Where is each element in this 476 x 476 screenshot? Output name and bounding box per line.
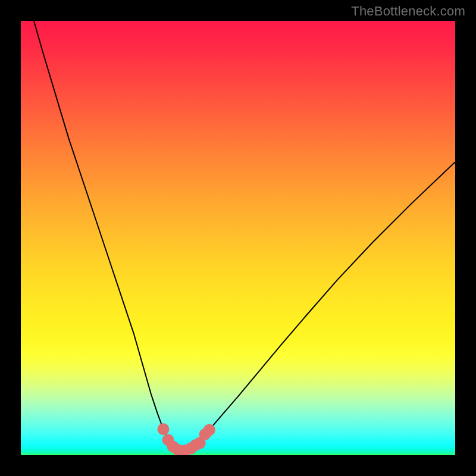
- plot-area: [21, 21, 455, 455]
- chart-frame: TheBottleneck.com: [0, 0, 476, 476]
- bottleneck-curve: [34, 21, 455, 451]
- highlight-dots-group: [157, 423, 215, 455]
- highlight-dot: [157, 423, 169, 435]
- highlight-dot: [203, 424, 215, 436]
- watermark-text: TheBottleneck.com: [351, 4, 465, 19]
- curve-layer: [21, 21, 455, 455]
